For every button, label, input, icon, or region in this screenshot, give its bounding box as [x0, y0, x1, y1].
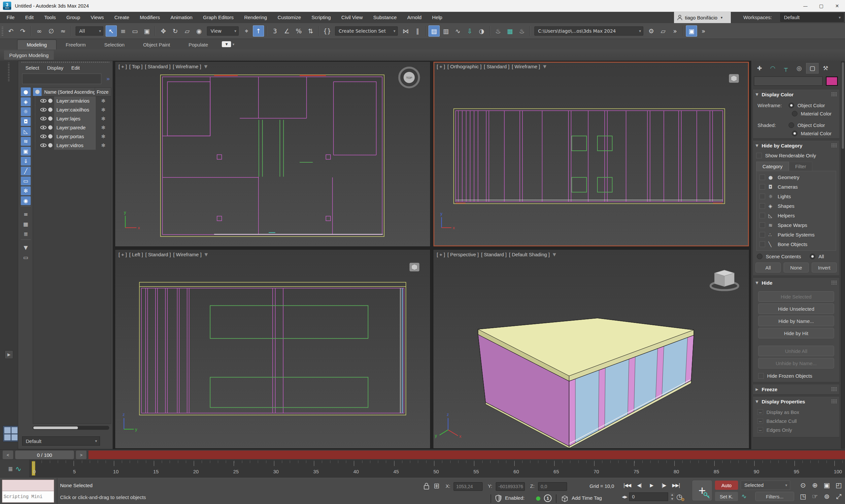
layer-row[interactable]: Layer:armários ✻: [33, 96, 111, 105]
menu-item[interactable]: Arnold: [402, 12, 427, 23]
window-crossing-icon[interactable]: ▣: [141, 25, 153, 37]
pan-icon[interactable]: ☞: [809, 491, 821, 502]
selection-lock-icon[interactable]: [424, 483, 429, 490]
drag-grip-icon[interactable]: [831, 281, 837, 285]
viewport-orthographic[interactable]: y x [ + ][ Orthographic ][ Standard ][ W…: [433, 61, 749, 247]
render-dot-icon[interactable]: [48, 125, 52, 130]
filter-geometry-icon[interactable]: ●: [21, 87, 31, 96]
viewport-label-segment[interactable]: [ + ]: [119, 64, 127, 69]
frozen-snowflake-icon[interactable]: ✻: [96, 107, 111, 113]
render-production-icon[interactable]: ♨: [516, 25, 527, 37]
menu-item[interactable]: Graph Editors: [198, 12, 239, 23]
hide-frozen-objects-checkbox[interactable]: [758, 373, 764, 379]
frozen-snowflake-icon[interactable]: ✻: [96, 133, 111, 140]
all-radio[interactable]: [810, 254, 815, 259]
select-and-rotate-icon[interactable]: ↻: [170, 25, 181, 37]
explorer-filter-icon[interactable]: ▼: [21, 243, 31, 252]
ribbon-tab[interactable]: Freeform: [56, 40, 95, 50]
drag-grip-icon[interactable]: [831, 387, 837, 392]
previous-frame-button[interactable]: ◀|: [634, 481, 645, 490]
layer-name[interactable]: Layer:parede: [54, 123, 96, 132]
select-by-name-icon[interactable]: ≡: [118, 25, 129, 37]
display-property-row[interactable]: Edges Only: [753, 426, 839, 434]
filter-space-warps-icon[interactable]: ≋: [21, 137, 31, 146]
select-and-scale-icon[interactable]: ▱: [181, 25, 193, 37]
viewport-left[interactable]: z y [ + ][ Left ][ Standard ][ Wireframe…: [115, 249, 430, 449]
search-input[interactable]: [22, 74, 101, 84]
menu-item[interactable]: Help: [427, 12, 447, 23]
per-view-filter-icon[interactable]: ▼: [204, 64, 207, 69]
layer-name[interactable]: Layer:vidros: [54, 141, 96, 150]
project-folder-dropdown[interactable]: C:\Users\tiago\...os\3ds Max 2024: [534, 26, 643, 36]
left-viewport-canvas[interactable]: z y: [115, 250, 430, 448]
menu-item[interactable]: Rendering: [239, 12, 272, 23]
minimize-button[interactable]: —: [797, 0, 813, 12]
shaded-material-color-radio[interactable]: [792, 131, 797, 136]
visibility-eye-icon[interactable]: [40, 108, 47, 111]
enabled-status-dot[interactable]: [536, 497, 540, 501]
layer-row[interactable]: Layer:lajes ✻: [33, 114, 111, 123]
filter-lights-icon[interactable]: ☼: [21, 107, 31, 116]
time-configuration-icon[interactable]: ◷⚙: [676, 493, 682, 501]
hide-button[interactable]: Hide Unselected: [758, 304, 834, 314]
show-renderable-only-checkbox[interactable]: [756, 153, 762, 158]
viewport-label-segment[interactable]: [ Standard ]: [145, 64, 171, 69]
enabled-count-badge[interactable]: 1: [544, 494, 551, 502]
z-coordinate-field[interactable]: 0,0: [538, 482, 567, 491]
viewport-label-segment[interactable]: [ + ]: [437, 64, 445, 69]
use-center-icon[interactable]: ⌖: [241, 25, 252, 37]
indeterminate-checkbox[interactable]: [758, 409, 763, 415]
explorer-view-detail-icon[interactable]: ≣: [21, 230, 31, 238]
viewport-label-segment[interactable]: [ + ]: [119, 252, 127, 257]
toggle-scene-explorer-icon[interactable]: ▤: [428, 25, 440, 37]
viewport-layout-tabs-button[interactable]: [3, 426, 19, 442]
tab-display[interactable]: ▢: [806, 63, 818, 74]
maxscript-mini-listener[interactable]: Scripting Mini: [2, 480, 54, 503]
workspace-folder-icon[interactable]: ▱: [657, 25, 669, 37]
render-dot-icon[interactable]: [48, 116, 52, 121]
menu-item[interactable]: Group: [61, 12, 86, 23]
play-button[interactable]: ▶: [646, 481, 657, 490]
category-checkbox[interactable]: [759, 222, 765, 228]
object-color-swatch[interactable]: [826, 76, 838, 86]
set-key-button[interactable]: Set K.: [715, 492, 738, 501]
scene-explorer-menu-item[interactable]: Display: [43, 64, 67, 71]
frozen-snowflake-icon[interactable]: ✻: [96, 116, 111, 122]
explorer-folder-icon[interactable]: ▭: [21, 253, 31, 262]
y-coordinate-field[interactable]: -601893376: [496, 482, 525, 491]
layer-name[interactable]: Layer:portas: [54, 132, 96, 141]
category-row[interactable]: ≋ Space Warps: [757, 220, 836, 230]
category-row[interactable]: ◺ Helpers: [757, 211, 836, 220]
hide-button[interactable]: Unhide All: [758, 346, 834, 356]
chevron-down-icon[interactable]: ▾: [232, 42, 234, 47]
filter-bones-icon[interactable]: ╱: [21, 166, 31, 176]
hide-button[interactable]: Hide by Hit: [758, 328, 834, 338]
rendered-frame-window-icon[interactable]: ▦: [504, 25, 515, 37]
zoom-icon[interactable]: ⊙: [797, 480, 809, 490]
viewport-label-segment[interactable]: [ Wireframe ]: [173, 252, 202, 257]
ribbon-tab[interactable]: Selection: [95, 40, 134, 50]
key-filters-button[interactable]: Filters...: [755, 492, 794, 501]
auto-key-button[interactable]: Auto: [715, 481, 738, 490]
category-row[interactable]: ◈ Shapes: [757, 201, 836, 211]
render-dot-icon[interactable]: [48, 98, 52, 103]
spinner-snap-icon[interactable]: ⇅: [305, 25, 316, 37]
shaded-object-color-radio[interactable]: [789, 122, 794, 128]
indeterminate-checkbox[interactable]: [758, 418, 763, 424]
per-view-filter-icon[interactable]: ▼: [543, 64, 546, 69]
track-bar-range[interactable]: [88, 451, 845, 459]
ribbon-tab[interactable]: Modeling: [17, 40, 56, 50]
rollout-header[interactable]: ▶ Freeze: [753, 384, 839, 394]
filter-frozen-icon[interactable]: ✻: [21, 186, 31, 195]
wireframe-object-color-radio[interactable]: [789, 103, 794, 108]
category-checkbox[interactable]: [759, 194, 765, 199]
select-and-manipulate-icon[interactable]: ↑: [253, 25, 264, 37]
render-dot-icon[interactable]: [48, 108, 52, 112]
layer-name[interactable]: Layer:lajes: [54, 114, 96, 123]
select-and-place-icon[interactable]: ◉: [193, 25, 205, 37]
add-time-tag[interactable]: Add Time Tag: [572, 495, 602, 501]
toolbar-icon[interactable]: [530, 26, 530, 36]
align-icon[interactable]: ∥: [412, 25, 423, 37]
workspace-settings-icon[interactable]: ⚙: [646, 25, 657, 37]
layer-name[interactable]: Layer:armários: [54, 96, 96, 105]
